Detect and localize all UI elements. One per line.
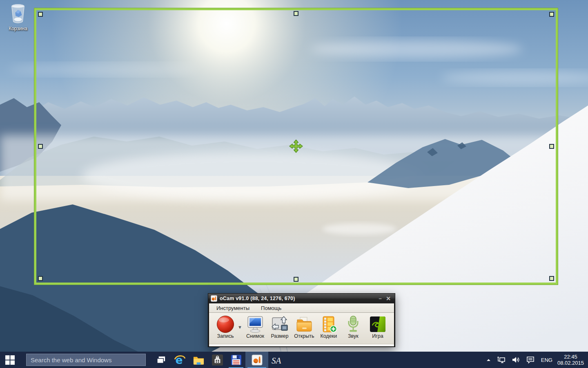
open-folder-icon	[295, 314, 313, 334]
task-view-button[interactable]	[151, 352, 170, 368]
start-button[interactable]	[0, 352, 20, 368]
record-button[interactable]: Запись	[213, 314, 238, 343]
file-explorer-icon	[193, 354, 205, 366]
move-region-icon[interactable]	[289, 139, 303, 154]
ocam-toolbar: Запись ▼	[209, 313, 394, 344]
resize-handle-top-center[interactable]	[294, 11, 298, 16]
game-label: Игра	[372, 333, 383, 339]
windows-store-icon	[212, 354, 223, 366]
network-icon	[497, 355, 506, 364]
resize-button[interactable]: Размер	[267, 314, 292, 343]
ocam-menubar: Инструменты Помощь	[209, 303, 394, 313]
record-dropdown-icon[interactable]: ▼	[238, 325, 242, 330]
recycle-bin[interactable]: Корзина	[3, 3, 33, 31]
ocam-app-icon	[211, 295, 217, 302]
network-tray-button[interactable]	[494, 352, 508, 368]
recycle-bin-icon	[9, 3, 27, 24]
taskbar-item-windows-store[interactable]	[208, 352, 227, 368]
chevron-up-icon	[486, 358, 491, 362]
watermark-text: SA	[272, 356, 281, 366]
resize-handle-middle-right[interactable]	[549, 144, 554, 149]
speaker-icon	[511, 355, 520, 364]
taskbar: e E	[0, 352, 588, 368]
ocam-taskbar-icon	[252, 355, 263, 366]
recycle-bin-label: Корзина	[3, 26, 33, 31]
resize-handle-top-left[interactable]	[38, 12, 43, 17]
ocam-window: oCam v91.0 (88, 24, 1276, 670) – ✕ Инстр…	[208, 293, 395, 347]
taskbar-item-file-explorer[interactable]	[189, 352, 208, 368]
record-icon	[216, 314, 235, 334]
search-input[interactable]	[26, 354, 146, 366]
menu-tools[interactable]: Инструменты	[212, 304, 254, 312]
resize-handle-middle-left[interactable]	[38, 144, 43, 149]
action-center-icon	[526, 355, 535, 364]
screenshot-label: Снимок	[246, 333, 264, 339]
clock-date: 08.02.2015	[557, 360, 584, 366]
clock[interactable]: 22:45 08.02.2015	[556, 354, 588, 366]
resize-handle-bottom-right[interactable]	[549, 276, 554, 281]
internet-explorer-icon: e	[174, 354, 186, 366]
volume-tray-button[interactable]	[508, 352, 523, 368]
open-label: Открыть	[294, 333, 314, 339]
system-tray: ENG 22:45 08.02.2015	[483, 352, 588, 368]
codecs-label: Кодеки	[321, 333, 337, 339]
taskbar-item-ocam[interactable]	[245, 352, 268, 368]
taskbar-item-internet-explorer[interactable]: e	[170, 352, 189, 368]
screenshot-button[interactable]: Снимок	[243, 314, 267, 343]
resize-handle-bottom-left[interactable]	[38, 276, 43, 281]
codecs-button[interactable]: Кодеки	[316, 314, 341, 343]
resize-handle-bottom-center[interactable]	[294, 277, 298, 282]
ocam-titlebar[interactable]: oCam v91.0 (88, 24, 1276, 670) – ✕	[208, 294, 395, 303]
taskbar-item-editor-app[interactable]: E	[227, 352, 245, 368]
game-button[interactable]: Игра	[365, 314, 390, 343]
screenshot-icon	[246, 314, 264, 334]
sound-label: Звук	[348, 333, 359, 339]
game-nvidia-icon	[369, 314, 387, 334]
show-hidden-icons-button[interactable]	[483, 352, 494, 368]
sound-microphone-icon	[344, 314, 362, 334]
open-button[interactable]: Открыть	[292, 314, 316, 343]
clock-time: 22:45	[564, 354, 577, 360]
minimize-button[interactable]: –	[376, 294, 384, 303]
task-view-icon	[156, 355, 166, 365]
floppy-disk-app-icon: E	[231, 355, 242, 366]
action-center-button[interactable]	[523, 352, 538, 368]
capture-region-frame[interactable]	[34, 8, 558, 285]
windows-logo-icon	[5, 355, 15, 365]
close-button[interactable]: ✕	[384, 294, 392, 303]
language-indicator[interactable]: ENG	[538, 357, 556, 363]
ocam-statusbar	[209, 344, 394, 346]
menu-help[interactable]: Помощь	[257, 304, 285, 312]
codecs-icon	[320, 314, 338, 334]
record-label: Запись	[217, 333, 234, 339]
resize-icon	[271, 314, 289, 334]
sound-button[interactable]: Звук	[341, 314, 365, 343]
window-title: oCam v91.0 (88, 24, 1276, 670)	[220, 296, 376, 301]
ocam-body: Инструменты Помощь	[209, 303, 394, 346]
svg-text:E: E	[237, 355, 240, 360]
resize-handle-top-right[interactable]	[549, 12, 554, 17]
resize-label: Размер	[271, 333, 288, 339]
